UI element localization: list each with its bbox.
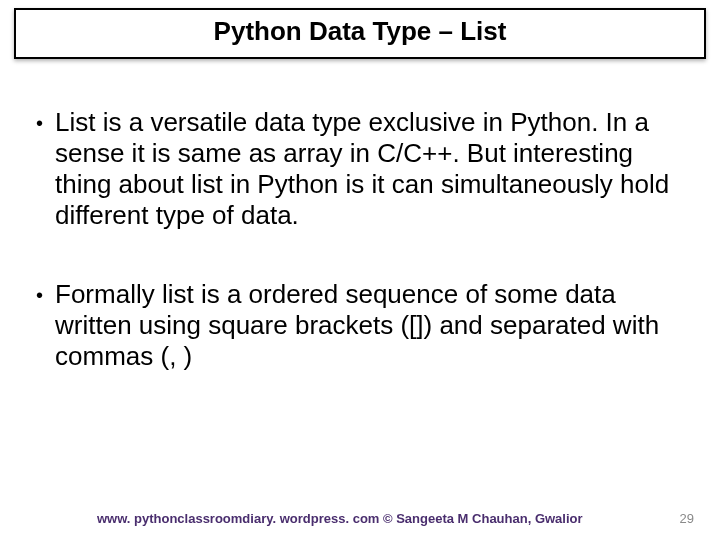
- page-number: 29: [680, 511, 694, 526]
- bullet-list: • List is a versatile data type exclusiv…: [36, 107, 684, 372]
- list-item: • List is a versatile data type exclusiv…: [36, 107, 684, 231]
- bullet-text: Formally list is a ordered sequence of s…: [55, 279, 684, 372]
- list-item: • Formally list is a ordered sequence of…: [36, 279, 684, 372]
- page-title: Python Data Type – List: [214, 16, 507, 46]
- title-box: Python Data Type – List: [14, 8, 706, 59]
- bullet-icon: •: [36, 107, 43, 139]
- bullet-text: List is a versatile data type exclusive …: [55, 107, 684, 231]
- content-area: • List is a versatile data type exclusiv…: [0, 59, 720, 372]
- bullet-icon: •: [36, 279, 43, 311]
- footer-credit: www. pythonclassroomdiary. wordpress. co…: [0, 511, 680, 526]
- footer: www. pythonclassroomdiary. wordpress. co…: [0, 511, 720, 526]
